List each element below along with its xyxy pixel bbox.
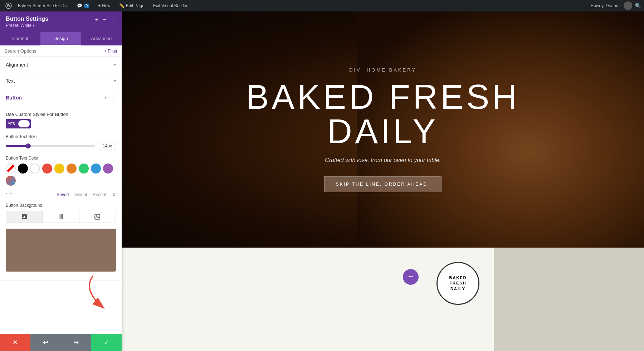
user-avatar <box>624 1 632 10</box>
hero-content: DIVI HOME BAKERY BAKED FRESH DAILY Craft… <box>246 67 519 192</box>
text-chevron: ▾ <box>114 78 116 83</box>
color-tabs-settings[interactable]: ⚙ <box>112 192 116 197</box>
tab-content[interactable]: Content <box>0 32 40 45</box>
purple-bubble[interactable]: ••• <box>403 269 419 285</box>
color-tab-global[interactable]: Global <box>74 192 87 197</box>
swatch-green[interactable] <box>79 164 89 174</box>
text-size-label: Button Text Size <box>6 134 116 139</box>
alignment-label: Alignment <box>6 62 28 68</box>
button-chevron: ▾ <box>104 95 107 100</box>
hero-cta-button[interactable]: SKIP THE LINE. ORDER AHEAD. <box>324 176 442 192</box>
swatch-white[interactable] <box>30 164 40 174</box>
text-size-value[interactable]: 14px <box>99 142 116 150</box>
button-label: Button <box>6 95 22 101</box>
bottom-bar: ✕ ↩ ↪ ✓ <box>0 334 122 351</box>
toggle-knob[interactable] <box>18 120 30 127</box>
bubble-dots: ••• <box>409 274 413 279</box>
button-section-more[interactable]: ⋮ <box>110 94 116 101</box>
swatch-orange[interactable] <box>67 164 77 174</box>
color-tab-saved[interactable]: Saved <box>57 192 69 197</box>
hero-title-line1: BAKED FRESH <box>246 78 519 116</box>
user-greeting: Howdy, Deanna <box>591 3 621 8</box>
exit-builder-label: Exit Visual Builder <box>153 3 188 8</box>
button-settings-panel: Button Settings Preset: White ▾ ⊞ ⊟ ⋮ Co… <box>0 11 122 351</box>
text-size-thumb[interactable] <box>26 143 31 148</box>
edit-page-label: Edit Page <box>126 3 145 8</box>
color-tabs: Saved Global Recent ⚙ <box>57 192 116 197</box>
circular-badge: BAKEDFRESHDAILY <box>436 262 479 305</box>
save-button[interactable]: ✓ <box>91 334 122 351</box>
admin-bar: W Bakery Starter Site for Divi 💬 0 + New… <box>0 0 644 11</box>
admin-bar-new[interactable]: + New <box>94 0 114 11</box>
swatch-red[interactable] <box>42 164 52 174</box>
close-button[interactable]: ✕ <box>0 334 30 351</box>
badge-text: BAKEDFRESHDAILY <box>449 275 467 292</box>
bg-type-tabs <box>6 211 116 223</box>
text-section[interactable]: Text ▾ <box>0 73 122 89</box>
bg-tab-color[interactable] <box>6 211 43 223</box>
text-color-label: Button Text Color <box>6 156 116 161</box>
bg-label: Button Background <box>6 203 116 208</box>
panel-search: + Filter <box>0 45 122 57</box>
swatch-yellow[interactable] <box>54 164 64 174</box>
filter-button[interactable]: + Filter <box>104 49 117 54</box>
admin-bar-items: Bakery Starter Site for Divi 💬 0 + New ✏… <box>14 0 591 11</box>
toggle-yes-label: YES <box>6 119 17 128</box>
admin-bar-exit[interactable]: Exit Visual Builder <box>150 0 191 11</box>
panel-tabs: Content Design Advanced <box>0 32 122 45</box>
alignment-chevron: ▾ <box>114 62 116 67</box>
undo-button[interactable]: ↩ <box>30 334 61 351</box>
swatch-transparent[interactable] <box>6 164 16 174</box>
wp-logo[interactable]: W <box>3 0 14 11</box>
tab-design[interactable]: Design <box>40 32 81 45</box>
image-icon <box>94 214 100 220</box>
below-hero-section: ••• BAKEDFRESHDAILY <box>122 248 644 351</box>
tab-advanced[interactable]: Advanced <box>81 32 122 45</box>
admin-bar-comments[interactable]: 💬 0 <box>73 0 93 11</box>
hero-section: DIVI HOME BAKERY BAKED FRESH DAILY Craft… <box>122 11 644 248</box>
button-section-content: Use Custom Styles For Button YES Button … <box>0 106 122 281</box>
panel-title: Button Settings <box>6 16 48 22</box>
svg-text:W: W <box>7 4 10 8</box>
redo-button[interactable]: ↪ <box>61 334 91 351</box>
hero-description: Crafted with love, from our oven to your… <box>246 157 519 164</box>
svg-rect-3 <box>58 214 63 219</box>
alignment-section[interactable]: Alignment ▾ <box>0 57 122 73</box>
panel-header: Button Settings Preset: White ▾ ⊞ ⊟ ⋮ <box>0 11 122 32</box>
swatch-blue[interactable] <box>91 164 101 174</box>
bg-tab-gradient[interactable] <box>43 211 79 223</box>
text-size-fill <box>6 145 28 147</box>
panel-content: Alignment ▾ Text ▾ Button ▾ ⋮ Use Custom… <box>0 57 122 351</box>
color-tab-recent[interactable]: Recent <box>93 192 106 197</box>
admin-bar-right: Howdy, Deanna 🔍 <box>591 1 641 10</box>
text-size-slider-row: 14px <box>6 142 116 150</box>
hero-title: BAKED FRESH DAILY <box>246 80 519 148</box>
panel-preset[interactable]: Preset: White ▾ <box>6 23 48 28</box>
custom-styles-toggle-row: YES <box>6 119 116 128</box>
main-content: DIVI HOME BAKERY BAKED FRESH DAILY Craft… <box>122 11 644 351</box>
panel-more-icon[interactable]: ⋮ <box>110 16 116 23</box>
search-icon[interactable]: 🔍 <box>635 3 641 9</box>
swatch-black[interactable] <box>18 164 28 174</box>
swatch-gradient[interactable] <box>6 176 16 186</box>
hero-title-line2: DAILY <box>327 112 438 150</box>
swatch-purple[interactable] <box>103 164 113 174</box>
button-section-header[interactable]: Button ▾ ⋮ <box>0 89 122 106</box>
text-label: Text <box>6 78 15 84</box>
bg-tab-image[interactable] <box>79 211 116 223</box>
gradient-icon <box>58 214 64 220</box>
admin-bar-site[interactable]: Bakery Starter Site for Divi <box>14 0 72 11</box>
button-section: Button ▾ ⋮ Use Custom Styles For Button … <box>0 89 122 281</box>
site-name: Bakery Starter Site for Divi <box>18 3 68 8</box>
admin-bar-edit[interactable]: ✏️ Edit Page <box>116 0 148 11</box>
custom-styles-toggle[interactable]: YES <box>6 119 31 128</box>
text-size-track <box>6 145 95 147</box>
comments-count: 0 <box>84 4 89 8</box>
bg-color-preview[interactable] <box>6 229 116 272</box>
more-dots[interactable]: ··· <box>6 190 13 197</box>
custom-styles-label: Use Custom Styles For Button <box>6 112 116 117</box>
color-fill-icon <box>21 214 27 220</box>
panel-responsive-icon[interactable]: ⊞ <box>94 16 99 22</box>
search-input[interactable] <box>4 48 104 54</box>
panel-layout-icon[interactable]: ⊟ <box>102 16 107 22</box>
